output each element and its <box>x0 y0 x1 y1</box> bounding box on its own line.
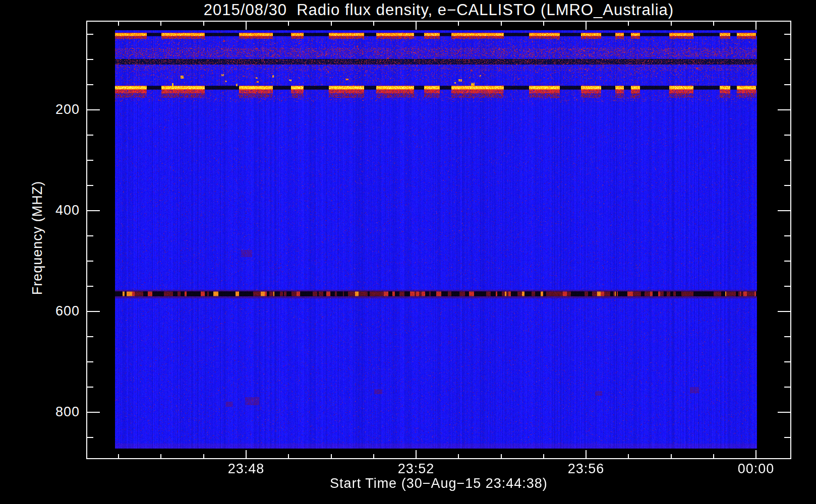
y-axis-minor-tick <box>87 336 93 337</box>
x-axis-minor-tick <box>458 22 459 26</box>
x-axis-major-tick <box>755 22 756 30</box>
y-axis-minor-tick <box>784 135 790 136</box>
y-axis-major-tick <box>87 210 100 211</box>
x-axis-major-tick <box>586 450 587 458</box>
y-axis-minor-tick <box>87 437 93 438</box>
x-axis-major-tick <box>755 450 756 458</box>
x-axis-minor-tick <box>501 454 502 458</box>
y-axis-major-tick <box>87 412 100 413</box>
y-axis-major-tick <box>778 311 790 312</box>
x-tick-label: 23:56 <box>556 461 616 477</box>
x-axis-minor-tick <box>160 454 161 458</box>
x-axis-minor-tick <box>628 22 629 26</box>
chart-title: 2015/08/30 Radio flux density, e−CALLIST… <box>86 1 791 19</box>
y-axis-minor-tick <box>87 286 93 287</box>
y-axis-minor-tick <box>87 59 93 60</box>
x-axis-minor-tick <box>713 454 714 458</box>
x-axis-minor-tick <box>160 22 161 26</box>
y-tick-label: 800 <box>39 404 80 420</box>
x-tick-label: 23:48 <box>216 461 276 477</box>
y-axis-major-tick <box>87 109 100 110</box>
x-axis-major-tick <box>246 22 247 30</box>
y-axis-major-tick <box>778 109 790 110</box>
x-tick-label: 23:52 <box>386 461 446 477</box>
y-axis-minor-tick <box>87 361 93 362</box>
y-axis-minor-tick <box>87 387 93 388</box>
x-axis-minor-tick <box>501 22 502 26</box>
x-axis-minor-tick <box>288 22 289 26</box>
y-axis-minor-tick <box>784 336 790 337</box>
x-axis-minor-tick <box>203 454 204 458</box>
y-axis-minor-tick <box>784 59 790 60</box>
spectrogram-screen: 2015/08/30 Radio flux density, e−CALLIST… <box>0 0 816 504</box>
x-axis-major-tick <box>416 450 417 458</box>
x-axis-minor-tick <box>543 454 544 458</box>
x-axis-minor-tick <box>543 22 544 26</box>
x-axis-minor-tick <box>118 454 119 458</box>
y-axis-minor-tick <box>87 135 93 136</box>
y-axis-minor-tick <box>87 185 93 186</box>
y-axis-major-tick <box>778 210 790 211</box>
x-axis-major-tick <box>416 22 417 30</box>
y-axis-minor-tick <box>784 261 790 262</box>
y-tick-label: 200 <box>39 102 80 117</box>
y-tick-label: 400 <box>39 203 80 218</box>
x-axis-minor-tick <box>288 454 289 458</box>
x-axis-minor-tick <box>713 22 714 26</box>
y-axis-minor-tick <box>784 387 790 388</box>
y-axis-minor-tick <box>87 84 93 85</box>
x-axis-minor-tick <box>331 454 332 458</box>
y-axis-minor-tick <box>784 185 790 186</box>
x-axis-minor-tick <box>373 22 374 26</box>
y-axis-minor-tick <box>87 34 93 35</box>
x-tick-label: 00:00 <box>726 461 786 477</box>
x-axis-minor-tick <box>671 22 672 26</box>
y-axis-minor-tick <box>87 261 93 262</box>
y-axis-major-tick <box>87 311 100 312</box>
y-axis-minor-tick <box>784 160 790 161</box>
x-axis-minor-tick <box>203 22 204 26</box>
y-axis-minor-tick <box>784 84 790 85</box>
y-axis-minor-tick <box>784 361 790 362</box>
x-axis-major-tick <box>246 450 247 458</box>
x-axis-minor-tick <box>671 454 672 458</box>
y-axis-minor-tick <box>784 286 790 287</box>
y-tick-label: 600 <box>39 303 80 319</box>
x-axis-minor-tick <box>118 22 119 26</box>
y-axis-label: Frequency (MHZ) <box>30 181 45 295</box>
y-axis-minor-tick <box>87 235 93 236</box>
x-axis-minor-tick <box>373 454 374 458</box>
y-axis-minor-tick <box>784 437 790 438</box>
x-axis-major-tick <box>586 22 587 30</box>
y-axis-major-tick <box>778 412 790 413</box>
x-axis-minor-tick <box>628 454 629 458</box>
plot-frame <box>86 21 791 459</box>
y-axis-minor-tick <box>784 235 790 236</box>
x-axis-minor-tick <box>331 22 332 26</box>
x-axis-label: Start Time (30−Aug−15 23:44:38) <box>86 476 791 491</box>
y-axis-minor-tick <box>87 160 93 161</box>
x-axis-minor-tick <box>458 454 459 458</box>
y-axis-minor-tick <box>784 34 790 35</box>
